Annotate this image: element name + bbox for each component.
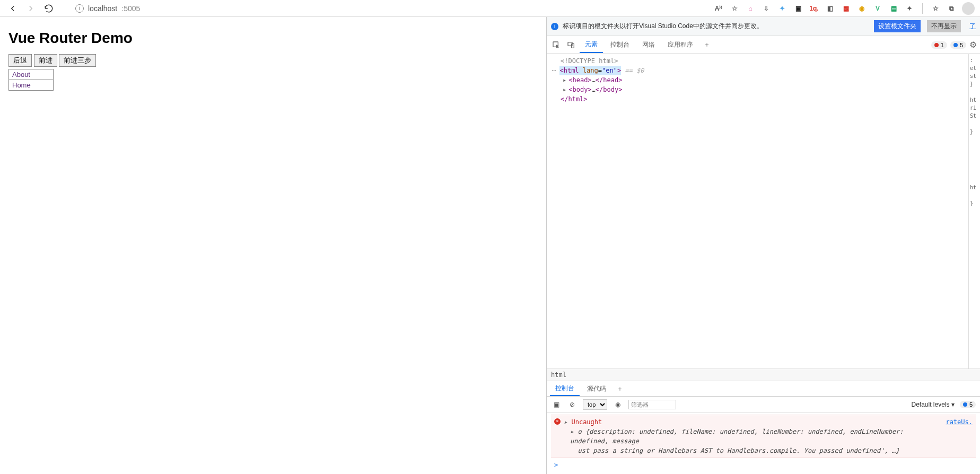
about-link[interactable]: About [12, 71, 30, 78]
issues-badge[interactable]: 5 [960, 401, 976, 408]
gear-icon[interactable]: ⚙ [969, 40, 977, 50]
collections-icon[interactable]: ⧉ [946, 3, 957, 14]
tab-network[interactable]: 网络 [637, 37, 660, 52]
url-port: :5005 [121, 4, 140, 13]
refresh-button[interactable] [41, 1, 56, 16]
browser-toolbar: i localhost:5005 A⁾⁾ ☆ ⌂⇩✦▣1q.◧▩◉V▤✦ ☆ ⧉ [0, 0, 980, 17]
ext-icon-toggle[interactable]: ◧ [825, 3, 835, 14]
body-line[interactable]: ▸<body>…</body> [552, 85, 963, 94]
device-icon[interactable] [565, 39, 578, 51]
ext-icon-bilibili[interactable]: ⌂ [745, 3, 756, 14]
read-aloud-icon[interactable]: A⁾⁾ [713, 3, 724, 14]
forward-button[interactable] [23, 1, 38, 16]
ext-icon-redbox[interactable]: ▩ [841, 3, 851, 14]
styles-strip: : el st } ht ri St } ht } [968, 54, 980, 368]
add-drawer-tab-icon[interactable]: ＋ [614, 382, 626, 395]
dont-show-button[interactable]: 不再显示 [927, 20, 961, 32]
error-badge[interactable]: 1 [931, 41, 947, 49]
eye-icon[interactable]: ◉ [612, 399, 623, 410]
home-link[interactable]: Home [12, 81, 31, 89]
ext-icon-vue[interactable]: V [872, 3, 883, 14]
console-body: × ▸ Uncaught ▸ o {description: undefined… [547, 412, 980, 474]
breadcrumb[interactable]: html [547, 368, 980, 381]
devtools-panel: i 标识项目的根文件夹以打开Visual Studio Code中的源文件并同步… [546, 17, 980, 474]
ext-icon-grid[interactable]: ▣ [793, 3, 803, 14]
console-toolbar: ▣ ⊘ top ◉ Default levels ▾ 5 [547, 397, 980, 412]
html-close-line[interactable]: </html> [552, 94, 963, 104]
doctype-line[interactable]: <!DOCTYPE html> [552, 56, 963, 66]
context-select[interactable]: top [583, 399, 607, 410]
console-prompt[interactable]: > [551, 458, 976, 472]
page-title: Vue Router Demo [8, 30, 538, 47]
toolbar-right: A⁾⁾ ☆ ⌂⇩✦▣1q.◧▩◉V▤✦ ☆ ⧉ [713, 2, 975, 15]
error-icon: × [554, 418, 561, 425]
add-tab-icon[interactable]: ＋ [701, 39, 713, 51]
ext-icon-download[interactable]: ⇩ [761, 3, 772, 14]
forward3-demo-button[interactable]: 前进三步 [59, 54, 96, 67]
console-error-row[interactable]: × ▸ Uncaught ▸ o {description: undefined… [551, 415, 976, 458]
levels-select[interactable]: Default levels ▾ [911, 401, 954, 408]
ext-icon-feiliao[interactable]: ✦ [777, 3, 788, 14]
notification-link[interactable]: 了 [969, 22, 976, 31]
drawer-tab-sources[interactable]: 源代码 [582, 382, 611, 396]
dom-tree[interactable]: <!DOCTYPE html> ⋯ <html lang="en"> == $0… [547, 54, 968, 368]
filter-input[interactable] [628, 400, 676, 409]
page-content: Vue Router Demo 后退 前进 前进三步 About Home [0, 17, 546, 474]
devtools-notification: i 标识项目的根文件夹以打开Visual Studio Code中的源文件并同步… [547, 17, 980, 36]
sidebar-toggle-icon[interactable]: ▣ [551, 399, 562, 410]
head-line[interactable]: ▸<head>…</head> [552, 75, 963, 85]
info-icon: i [551, 23, 558, 30]
site-info-icon[interactable]: i [75, 4, 84, 13]
button-row: 后退 前进 前进三步 [8, 54, 538, 67]
address-bar[interactable]: i localhost:5005 [75, 4, 140, 13]
clear-console-icon[interactable]: ⊘ [567, 399, 578, 410]
fav-collections-icon[interactable]: ☆ [930, 3, 941, 14]
devtools-tabs: 元素 控制台 网络 应用程序 ＋ 1 5 ⚙ [547, 36, 980, 54]
set-root-folder-button[interactable]: 设置根文件夹 [874, 20, 921, 32]
drawer-tab-console[interactable]: 控制台 [550, 382, 580, 396]
ext-icon-idm[interactable]: ◉ [856, 3, 867, 14]
tab-elements[interactable]: 元素 [580, 37, 603, 53]
back-demo-button[interactable]: 后退 [8, 54, 32, 67]
forward-demo-button[interactable]: 前进 [34, 54, 57, 67]
back-button[interactable] [5, 1, 20, 16]
ext-icon-ext[interactable]: ✦ [904, 3, 915, 14]
html-open-line[interactable]: ⋯ <html lang="en"> == $0 [552, 66, 963, 75]
url-host: localhost [88, 4, 117, 13]
nav-table: About Home [8, 69, 54, 91]
avatar[interactable] [962, 2, 975, 15]
ext-icon-oneq[interactable]: 1q. [809, 3, 819, 14]
console-drawer-tabs: 控制台 源代码 ＋ [547, 381, 980, 397]
tab-application[interactable]: 应用程序 [662, 37, 698, 52]
notification-text: 标识项目的根文件夹以打开Visual Studio Code中的源文件并同步更改… [563, 22, 868, 31]
inspect-icon[interactable] [550, 39, 563, 51]
tab-console[interactable]: 控制台 [605, 37, 635, 52]
error-source-link[interactable]: rateUs. [946, 417, 973, 455]
ext-icon-sheet[interactable]: ▤ [888, 3, 899, 14]
favorite-icon[interactable]: ☆ [729, 3, 740, 14]
warning-badge[interactable]: 5 [950, 41, 966, 49]
